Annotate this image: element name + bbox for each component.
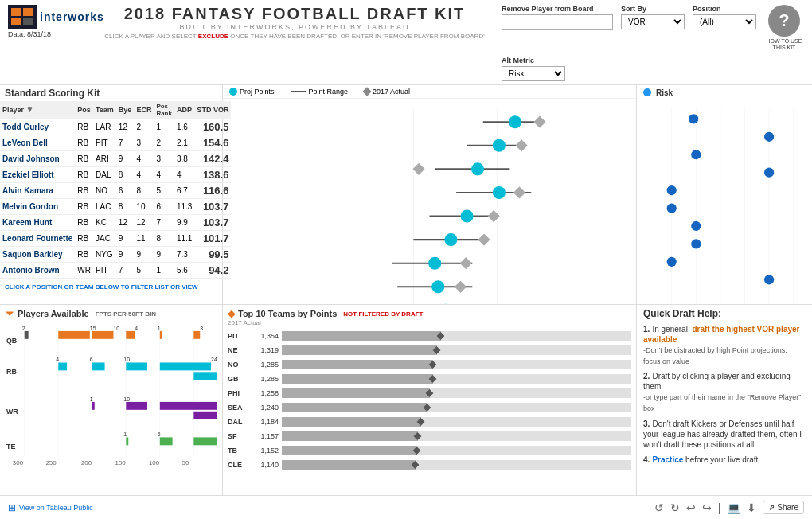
team-bar-row[interactable]: NE 1,319	[228, 344, 631, 357]
table-row[interactable]: Alvin Kamara RB NO 6 8 5 6.7 116.6	[0, 182, 231, 198]
player-ecr-cell: 4	[134, 150, 154, 166]
help-icon-area[interactable]: ? HOW TO USE THIS KIT	[764, 5, 804, 52]
alt-metric-label: Alt Metric	[502, 57, 565, 64]
svg-text:10: 10	[123, 357, 130, 362]
data-date: Data: 8/31/18	[8, 30, 51, 38]
quick-help-title: Quick Draft Help:	[643, 308, 806, 319]
svg-text:RB: RB	[6, 368, 17, 376]
player-pos-cell: RB	[75, 230, 93, 246]
team-bar-fill	[282, 460, 416, 470]
logo-area: interworks Data: 8/31/18	[8, 5, 88, 38]
tableau-link[interactable]: View on Tableau Public	[19, 504, 93, 512]
practice-link[interactable]: Practice	[652, 455, 683, 464]
col-pos[interactable]: Pos	[75, 101, 93, 119]
player-bye-cell: 8	[116, 166, 135, 182]
team-bar-row[interactable]: PIT 1,354	[228, 330, 631, 342]
help-subpoint-1: -Don't be distracted by high Point proje…	[643, 346, 787, 365]
legend-proj-label: Proj Points	[240, 88, 275, 96]
svg-point-16	[493, 139, 506, 151]
share-button[interactable]: ⇗ Share	[763, 501, 804, 514]
sort-by-select[interactable]: VOR ADP ECR	[621, 14, 685, 29]
player-pos-cell: RB	[75, 198, 93, 214]
position-select[interactable]: (All) QB RB WR TE	[693, 14, 756, 29]
svg-text:50: 50	[182, 459, 189, 466]
team-bar-fill	[282, 360, 433, 369]
player-team-cell: NO	[93, 182, 116, 198]
player-ecr-cell: 8	[134, 182, 154, 198]
table-row[interactable]: Todd Gurley RB LAR 12 2 1 1.6 160.5	[0, 119, 231, 135]
team-bar-row[interactable]: SF 1,157	[228, 430, 631, 443]
proj-points-legend-color	[229, 88, 237, 96]
undo-icon[interactable]: ↺	[654, 501, 664, 514]
table-row[interactable]: David Johnson RB ARI 9 4 3 3.8 142.4	[0, 150, 231, 166]
table-row[interactable]: Kareem Hunt RB KC 12 12 7 9.9 103.7	[0, 214, 231, 230]
player-adp-cell: 5.6	[174, 262, 194, 278]
table-row[interactable]: Leonard Fournette RB JAC 9 11 8 11.1 101…	[0, 230, 231, 246]
team-bar-row[interactable]: SEA 1,240	[228, 401, 631, 414]
svg-text:1: 1	[123, 431, 127, 437]
forward-icon[interactable]: ↪	[702, 501, 712, 514]
player-posrank-cell: 7	[154, 214, 174, 230]
svg-rect-17	[516, 139, 528, 151]
table-row[interactable]: LeVeon Bell RB PIT 7 3 2 2.1 154.6	[0, 135, 231, 150]
player-bye-cell: 9	[116, 150, 135, 166]
player-adp-cell: 9.9	[174, 214, 194, 230]
table-row[interactable]: Ezekiel Elliott RB DAL 8 4 4 4 138.6	[0, 166, 231, 182]
download-icon[interactable]: ⬇	[747, 501, 756, 514]
svg-point-57	[764, 131, 774, 141]
back-icon[interactable]: ↩	[686, 501, 696, 514]
team-val-label: 1,157	[250, 432, 279, 440]
top-controls-row: Remove Player from Board Sort By VOR ADP…	[502, 5, 804, 52]
table-row[interactable]: Melvin Gordon RB LAC 8 10 6 11.3 103.7	[0, 198, 231, 214]
legend-actual: 2017 Actual	[364, 88, 410, 96]
svg-rect-116	[193, 437, 217, 445]
col-adp[interactable]: ADP	[174, 101, 194, 119]
team-bar-fill	[282, 446, 417, 455]
player-pos-cell: RB	[75, 150, 93, 166]
team-bar-bg	[282, 345, 631, 355]
device-icon[interactable]: 💻	[727, 501, 740, 514]
top-teams-title: ◆ Top 10 Teams by Points NOT FILTERED BY…	[228, 308, 631, 319]
footer-left[interactable]: ⊞ View on Tableau Public	[8, 502, 93, 513]
col-team[interactable]: Team	[93, 101, 116, 119]
col-player[interactable]: Player ▼	[0, 101, 75, 119]
team-bar-row[interactable]: TB 1,152	[228, 444, 631, 457]
table-row[interactable]: Antonio Brown WR PIT 7 5 1 5.6 94.2	[0, 262, 231, 278]
legend-range-label: Point Range	[309, 88, 349, 96]
team-bar-row[interactable]: CLE 1,140	[228, 459, 631, 471]
svg-rect-0	[11, 8, 21, 16]
svg-text:QB: QB	[6, 337, 17, 345]
player-ecr-cell: 10	[134, 198, 154, 214]
quick-help-panel: Quick Draft Help: 1. In general, draft t…	[637, 305, 812, 495]
team-bar-row[interactable]: NO 1,285	[228, 358, 631, 371]
svg-rect-100	[193, 372, 217, 380]
redo-icon[interactable]: ↻	[670, 501, 680, 514]
player-pos-cell: RB	[75, 166, 93, 182]
team-bar-row[interactable]: GB 1,285	[228, 373, 631, 385]
table-row[interactable]: Saquon Barkley RB NYG 9 9 9 7.3 99.5	[0, 246, 231, 262]
fpts-label: FPTS PER 50PT BIN	[96, 310, 156, 318]
player-posrank-cell: 8	[154, 230, 174, 246]
team-val-label: 1,285	[250, 361, 279, 369]
team-bar-bg	[282, 388, 631, 398]
player-pos-cell: WR	[75, 262, 93, 278]
risk-chart-area: 0 2 4 6 8 10 12	[637, 100, 812, 304]
team-bar-row[interactable]: PHI 1,258	[228, 387, 631, 400]
team-bar-fill	[282, 417, 421, 427]
main-area: Standard Scoring Kit Player ▼ Pos Team B…	[0, 85, 812, 304]
col-posrank[interactable]: PosRank	[154, 101, 174, 119]
alt-metric-select[interactable]: Risk Upside	[502, 66, 565, 81]
team-bar-bg	[282, 360, 631, 369]
col-bye[interactable]: Bye	[116, 101, 135, 119]
col-ecr[interactable]: ECR	[134, 101, 154, 119]
team-val-label: 1,319	[250, 346, 279, 354]
team-bar-row[interactable]: DAL 1,184	[228, 416, 631, 428]
svg-text:1: 1	[90, 396, 93, 402]
team-val-label: 1,140	[250, 461, 279, 469]
remove-input[interactable]	[502, 14, 613, 30]
svg-text:300: 300	[13, 459, 24, 466]
svg-point-34	[431, 280, 444, 293]
point-range-legend-line	[291, 91, 306, 92]
player-name-cell: LeVeon Bell	[0, 135, 75, 150]
player-adp-cell: 7.3	[174, 246, 194, 262]
